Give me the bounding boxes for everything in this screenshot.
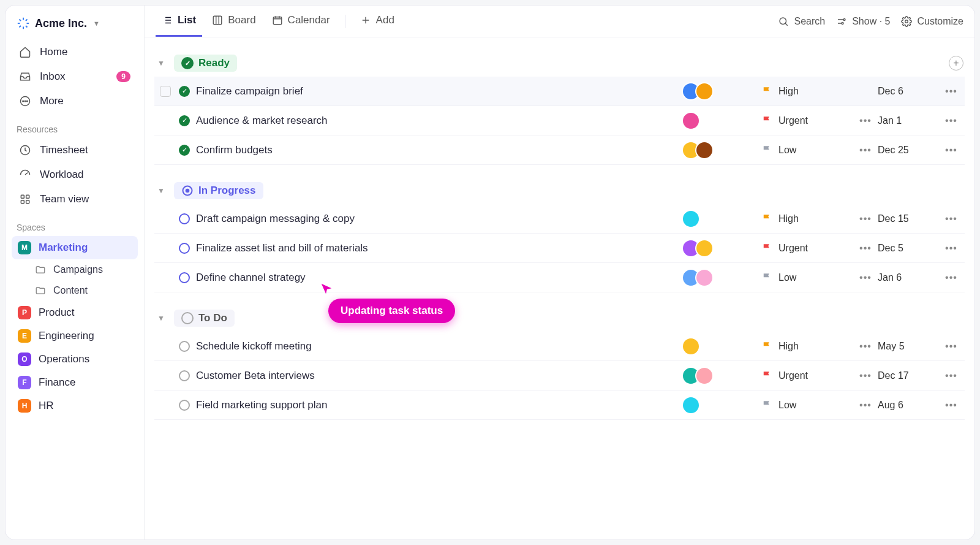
view-tab-add[interactable]: Add bbox=[354, 6, 401, 37]
task-row[interactable]: Finalize asset list and bill of material… bbox=[154, 234, 965, 263]
sidebar-item-inbox[interactable]: Inbox 9 bbox=[12, 64, 138, 89]
space-item-operations[interactable]: OOperations bbox=[12, 348, 138, 371]
status-done-icon[interactable]: ✓ bbox=[179, 86, 190, 97]
space-item-engineering[interactable]: EEngineering bbox=[12, 324, 138, 348]
task-row[interactable]: Schedule kickoff meetingHigh•••May 5••• bbox=[154, 332, 965, 361]
due-date[interactable]: Dec 6 bbox=[878, 86, 939, 97]
task-row[interactable]: Field marketing support planLow•••Aug 6•… bbox=[154, 391, 965, 420]
sidebar-item-teamview[interactable]: Team view bbox=[12, 187, 138, 212]
space-item-hr[interactable]: HHR bbox=[12, 394, 138, 417]
priority-cell[interactable]: High bbox=[761, 86, 853, 97]
status-open-icon[interactable] bbox=[179, 272, 190, 283]
workspace-name: Acme Inc. bbox=[35, 17, 87, 30]
due-date[interactable]: Dec 25 bbox=[878, 145, 939, 156]
tags-more[interactable]: ••• bbox=[853, 243, 878, 254]
priority-cell[interactable]: Low bbox=[761, 145, 853, 156]
avatar[interactable] bbox=[695, 82, 714, 101]
due-date[interactable]: Aug 6 bbox=[878, 400, 939, 411]
tags-more[interactable]: ••• bbox=[853, 400, 878, 411]
view-tab-list[interactable]: List bbox=[156, 6, 202, 37]
status-todo-icon[interactable] bbox=[179, 370, 190, 381]
row-menu-button[interactable]: ••• bbox=[939, 341, 963, 352]
task-row[interactable]: ✓Audience & market researchUrgent•••Jan … bbox=[154, 106, 965, 135]
task-row[interactable]: ✓Finalize campaign briefHighDec 6••• bbox=[154, 77, 965, 106]
tags-more[interactable]: ••• bbox=[853, 341, 878, 352]
priority-cell[interactable]: Low bbox=[761, 272, 853, 283]
group-header[interactable]: ▼✓Ready+ bbox=[154, 50, 965, 77]
status-todo-icon[interactable] bbox=[179, 341, 190, 352]
priority-cell[interactable]: Urgent bbox=[761, 370, 853, 381]
row-menu-button[interactable]: ••• bbox=[939, 400, 963, 411]
group-header[interactable]: ▼To Do bbox=[154, 305, 965, 332]
avatar[interactable] bbox=[682, 210, 700, 228]
tags-more[interactable]: ••• bbox=[853, 272, 878, 283]
group-pill: In Progress bbox=[174, 182, 263, 199]
priority-label: High bbox=[778, 341, 799, 352]
due-date[interactable]: Dec 17 bbox=[878, 370, 939, 381]
tags-more[interactable]: ••• bbox=[853, 370, 878, 381]
tags-more[interactable]: ••• bbox=[853, 145, 878, 156]
show-button[interactable]: Show · 5 bbox=[836, 16, 890, 27]
status-open-icon[interactable] bbox=[179, 213, 190, 224]
tags-more[interactable]: ••• bbox=[853, 213, 878, 224]
workspace-switcher[interactable]: Acme Inc. ▼ bbox=[12, 14, 138, 40]
row-menu-button[interactable]: ••• bbox=[939, 86, 963, 97]
status-todo-icon[interactable] bbox=[179, 400, 190, 411]
view-tab-board[interactable]: Board bbox=[206, 6, 262, 37]
row-menu-button[interactable]: ••• bbox=[939, 272, 963, 283]
priority-cell[interactable]: Urgent bbox=[761, 243, 853, 254]
row-menu-button[interactable]: ••• bbox=[939, 243, 963, 254]
group-header[interactable]: ▼In Progress bbox=[154, 177, 965, 204]
row-menu-button[interactable]: ••• bbox=[939, 115, 963, 126]
avatar[interactable] bbox=[695, 141, 714, 159]
due-date[interactable]: Dec 15 bbox=[878, 213, 939, 224]
checkbox[interactable] bbox=[160, 86, 171, 97]
sidebar-item-workload[interactable]: Workload bbox=[12, 162, 138, 187]
avatar[interactable] bbox=[682, 396, 700, 414]
avatar[interactable] bbox=[695, 239, 714, 257]
priority-cell[interactable]: Low bbox=[761, 400, 853, 411]
view-tab-calendar[interactable]: Calendar bbox=[266, 6, 336, 37]
due-date[interactable]: May 5 bbox=[878, 341, 939, 352]
tags-more[interactable]: ••• bbox=[853, 115, 878, 126]
add-task-button[interactable]: + bbox=[949, 56, 963, 71]
collapse-caret-icon[interactable]: ▼ bbox=[156, 186, 167, 195]
svg-point-16 bbox=[186, 189, 190, 193]
sidebar-item-more[interactable]: More bbox=[12, 89, 138, 113]
chevron-down-icon: ▼ bbox=[93, 20, 100, 27]
avatar[interactable] bbox=[695, 269, 714, 287]
space-item-finance[interactable]: FFinance bbox=[12, 371, 138, 394]
avatar[interactable] bbox=[695, 367, 714, 385]
priority-cell[interactable]: High bbox=[761, 213, 853, 224]
collapse-caret-icon[interactable]: ▼ bbox=[156, 314, 167, 322]
avatar[interactable] bbox=[682, 112, 700, 130]
customize-button[interactable]: Customize bbox=[901, 16, 963, 27]
status-open-icon[interactable] bbox=[179, 243, 190, 254]
sidebar-item-home[interactable]: Home bbox=[12, 40, 138, 64]
due-date[interactable]: Dec 5 bbox=[878, 243, 939, 254]
priority-cell[interactable]: High bbox=[761, 341, 853, 352]
avatar[interactable] bbox=[682, 337, 700, 356]
priority-cell[interactable]: Urgent bbox=[761, 115, 853, 126]
status-done-icon[interactable]: ✓ bbox=[179, 115, 190, 126]
row-menu-button[interactable]: ••• bbox=[939, 145, 963, 156]
sidebar-item-timesheet[interactable]: Timesheet bbox=[12, 138, 138, 162]
space-item-marketing[interactable]: MMarketing bbox=[12, 236, 138, 259]
calendar-label: Calendar bbox=[288, 14, 330, 26]
collapse-caret-icon[interactable]: ▼ bbox=[156, 59, 167, 67]
search-button[interactable]: Search bbox=[778, 16, 825, 27]
task-row[interactable]: Draft campaign messaging & copyHigh•••De… bbox=[154, 204, 965, 234]
space-sub-item[interactable]: Campaigns bbox=[12, 259, 138, 280]
task-row[interactable]: Customer Beta interviewsUrgent•••Dec 17•… bbox=[154, 361, 965, 391]
task-row[interactable]: ✓Confirm budgetsLow•••Dec 25••• bbox=[154, 135, 965, 165]
due-date[interactable]: Jan 6 bbox=[878, 272, 939, 283]
status-done-icon[interactable]: ✓ bbox=[179, 145, 190, 156]
home-icon bbox=[19, 46, 31, 58]
row-menu-button[interactable]: ••• bbox=[939, 213, 963, 224]
space-item-product[interactable]: PProduct bbox=[12, 301, 138, 324]
due-date[interactable]: Jan 1 bbox=[878, 115, 939, 126]
space-sub-item[interactable]: Content bbox=[12, 280, 138, 301]
row-menu-button[interactable]: ••• bbox=[939, 370, 963, 381]
task-title: Field marketing support plan bbox=[194, 399, 682, 411]
task-row[interactable]: Define channel strategyLow•••Jan 6••• bbox=[154, 263, 965, 292]
